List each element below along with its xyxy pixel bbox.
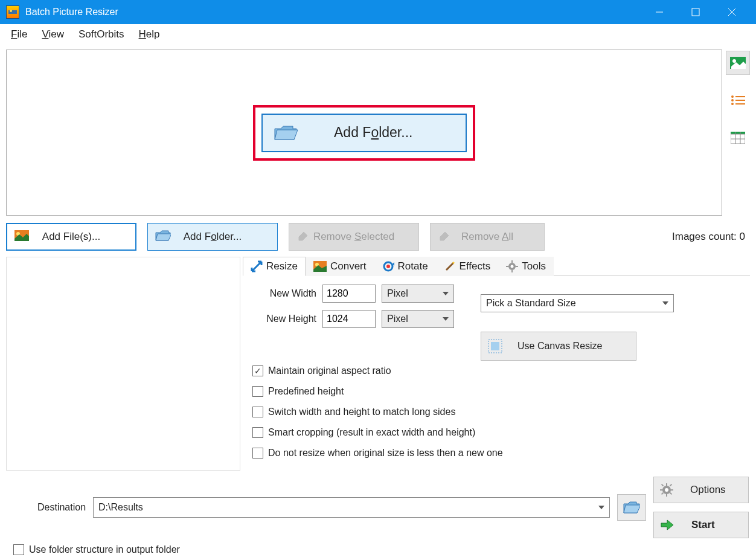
width-unit-select[interactable]: Pixel (382, 285, 454, 303)
svg-point-1 (10, 10, 12, 12)
menu-help[interactable]: Help (132, 26, 167, 43)
tabs: Resize Convert Rotate Effects Tools (243, 257, 750, 276)
remove-all-label: Remove All (461, 231, 513, 243)
std-size-select[interactable]: Pick a Standard Size (481, 294, 674, 312)
options-label: Options (690, 484, 726, 496)
new-height-label: New Height (252, 314, 316, 324)
svg-rect-3 (692, 8, 699, 16)
new-width-label: New Width (252, 288, 316, 299)
add-folder-label: Add Folder... (184, 231, 242, 243)
app-icon (6, 5, 19, 19)
start-button[interactable]: Start (653, 512, 749, 538)
resize-panel: New Width Pixel New Height Pixel Pick a … (243, 276, 750, 473)
add-folder-big-button[interactable]: Add Folder... (261, 114, 467, 152)
chk-smart-crop-label: Smart cropping (result in exact width an… (268, 427, 475, 438)
add-folder-button[interactable]: Add Folder... (147, 223, 278, 251)
chk-switch-wh-label: Switch width and height to match long si… (268, 407, 455, 417)
canvas-icon (487, 338, 503, 354)
tab-rotate[interactable]: Rotate (374, 257, 436, 276)
close-button[interactable] (714, 0, 750, 24)
svg-point-35 (665, 488, 668, 492)
svg-point-12 (731, 103, 734, 105)
view-rail (722, 50, 750, 216)
chk-aspect-ratio[interactable] (252, 365, 263, 376)
tab-convert[interactable]: Convert (306, 257, 374, 276)
settings-pane: Resize Convert Rotate Effects Tools (243, 257, 750, 471)
maximize-button[interactable] (678, 0, 714, 24)
new-height-input[interactable] (322, 310, 376, 328)
add-files-button[interactable]: Add File(s)... (6, 223, 136, 251)
images-count: Images count: 0 (672, 231, 750, 243)
chk-predef-height-label: Predefined height (268, 386, 344, 397)
add-folder-big-label: Add Folder... (334, 124, 412, 141)
new-width-input[interactable] (322, 285, 376, 303)
svg-rect-31 (516, 266, 518, 267)
tab-resize[interactable]: Resize (243, 257, 306, 276)
svg-rect-38 (660, 489, 663, 491)
canvas-resize-button[interactable]: Use Canvas Resize (481, 332, 636, 361)
remove-selected-label: Remove Selected (313, 231, 394, 243)
menu-softorbits[interactable]: SoftOrbits (71, 26, 132, 43)
folder-open-icon (623, 501, 640, 514)
tab-rotate-label: Rotate (398, 260, 428, 272)
chk-folder-structure-label: Use folder structure in output folder (29, 544, 180, 555)
chevron-down-icon (598, 506, 604, 509)
chk-smart-crop[interactable] (252, 427, 263, 438)
tab-effects[interactable]: Effects (436, 257, 499, 276)
svg-rect-42 (670, 484, 672, 486)
convert-icon (313, 261, 327, 272)
svg-point-7 (732, 59, 736, 63)
images-count-value: 0 (740, 231, 745, 242)
rail-grid-view[interactable] (726, 126, 750, 150)
menu-view[interactable]: View (34, 26, 71, 43)
remove-all-button[interactable]: Remove All (430, 223, 545, 251)
browse-button[interactable] (617, 494, 646, 521)
svg-rect-28 (511, 260, 513, 263)
start-label: Start (691, 519, 715, 531)
svg-rect-36 (666, 483, 667, 486)
destination-combo[interactable]: D:\Results (93, 497, 610, 518)
menu-file[interactable]: File (4, 26, 34, 43)
minimize-button[interactable] (641, 0, 678, 24)
chevron-down-icon (443, 317, 449, 321)
svg-line-25 (446, 263, 453, 270)
rail-thumbnail-view[interactable] (726, 51, 750, 75)
add-files-label: Add File(s)... (42, 231, 100, 243)
height-unit-select[interactable]: Pixel (382, 310, 454, 328)
tab-tools-label: Tools (522, 260, 546, 272)
app-title: Batch Picture Resizer (25, 7, 641, 18)
rail-list-view[interactable] (726, 88, 750, 112)
chk-switch-wh[interactable] (252, 407, 263, 417)
options-button[interactable]: Options (653, 477, 749, 503)
wand-icon (444, 260, 456, 272)
svg-point-27 (511, 265, 514, 268)
svg-rect-37 (666, 494, 667, 497)
svg-rect-33 (491, 342, 499, 350)
svg-rect-39 (670, 489, 673, 491)
destination-label: Destination (37, 502, 86, 513)
chevron-down-icon (443, 292, 449, 295)
canvas-resize-label: Use Canvas Resize (517, 341, 603, 352)
folder-icon (155, 230, 171, 245)
chk-folder-structure[interactable] (13, 544, 24, 555)
svg-rect-43 (661, 492, 664, 495)
svg-rect-11 (735, 100, 745, 101)
gear-icon (506, 260, 518, 272)
svg-rect-30 (506, 266, 508, 267)
eraser-all-icon (438, 230, 450, 245)
svg-rect-9 (735, 96, 745, 97)
arrow-right-icon (660, 519, 674, 531)
images-count-label: Images count: (672, 231, 737, 242)
resize-icon (251, 260, 263, 272)
remove-selected-button[interactable]: Remove Selected (289, 223, 419, 251)
svg-rect-14 (731, 132, 745, 134)
chk-aspect-ratio-label: Maintain original aspect ratio (268, 365, 391, 376)
svg-point-8 (731, 95, 734, 98)
tab-tools[interactable]: Tools (498, 257, 554, 276)
tab-effects-label: Effects (460, 260, 491, 272)
titlebar: Batch Picture Resizer (0, 0, 756, 24)
chk-predef-height[interactable] (252, 386, 263, 397)
folder-open-icon (274, 124, 298, 142)
destination-value: D:\Results (98, 502, 143, 513)
chk-no-upscale[interactable] (252, 448, 263, 459)
